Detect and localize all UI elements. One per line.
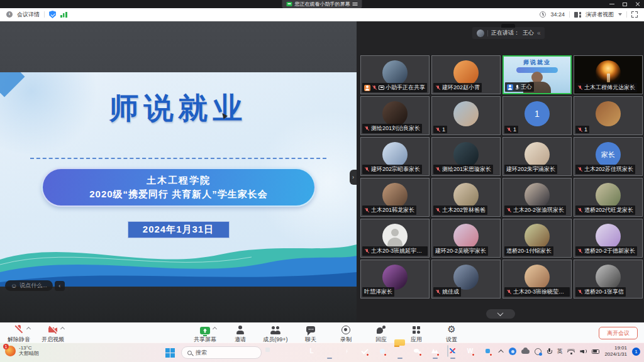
meeting-details-link[interactable]: 会议详情 (17, 11, 40, 19)
share-screen-button[interactable]: 共享屏幕 (192, 324, 218, 344)
participant-tile[interactable]: 叶慧泽家长 (360, 260, 430, 299)
tray-expand-icon[interactable] (499, 349, 504, 354)
cloud-icon[interactable] (521, 349, 530, 354)
participant-tile[interactable]: 建环202赵小霄 (431, 55, 501, 94)
participant-name: 建环202宗昭泰家长 (371, 165, 420, 173)
members-button[interactable]: 成员(99+) (263, 324, 288, 344)
chat-input[interactable]: ☺ 说点什么... (5, 280, 53, 291)
battery-icon[interactable] (592, 349, 599, 354)
participant-tile[interactable]: 姚佳成 (431, 260, 501, 299)
settings-button[interactable]: 设置 (439, 324, 464, 344)
participant-tile[interactable]: 土木201韩龙家长 (360, 178, 430, 217)
input-language[interactable]: 英 (557, 348, 562, 356)
chat-collapse-button[interactable]: ‹ (55, 281, 65, 291)
start-video-button[interactable]: 开启视频 (40, 324, 65, 344)
microsoft-store-icon[interactable] (324, 346, 335, 359)
notification-dot (489, 353, 492, 356)
tencent-meeting-icon[interactable] (430, 346, 440, 359)
scroll-down-button[interactable] (486, 309, 515, 319)
participant-tile[interactable]: 11 (502, 96, 572, 135)
participant-tile[interactable]: 建环202宗昭泰家长 (360, 137, 430, 176)
office-app-icon[interactable] (306, 346, 317, 359)
collapse-arrows-icon[interactable]: « (537, 30, 540, 36)
mic-muted-icon (435, 127, 441, 133)
snip-tool-icon[interactable] (447, 346, 458, 359)
chevron-up-icon[interactable] (213, 327, 217, 331)
dev-app-icon[interactable] (482, 346, 493, 359)
participant-tile[interactable]: 测绘201宋思璇家长 (431, 137, 501, 176)
browser-app-icon[interactable] (377, 346, 387, 359)
apps-button[interactable]: 应用 (404, 324, 429, 344)
windows-start-button[interactable] (165, 348, 175, 358)
participant-tile[interactable]: 师说就业王心 (502, 55, 572, 94)
watching-banner[interactable]: 您正在观看小助手的屏幕 (282, 0, 362, 8)
task-view-icon[interactable] (271, 346, 282, 359)
clock-date[interactable]: 19:01 2024/1/31 (604, 345, 627, 358)
network-signal-icon[interactable] (60, 12, 67, 18)
volume-icon[interactable] (580, 349, 587, 354)
close-button[interactable] (635, 2, 640, 7)
chat-button[interactable]: 聊天 (298, 324, 323, 344)
weather-widget[interactable]: 1 -13°C 大部晴朗 (5, 345, 39, 356)
record-icon (341, 326, 350, 334)
fullscreen-icon[interactable] (631, 11, 638, 18)
leave-meeting-button[interactable]: 离开会议 (599, 327, 638, 339)
participant-tile[interactable]: 土木20-3班姚延宇家长 (360, 219, 430, 258)
participant-name: 土木20-2张渝琪家长 (513, 206, 564, 214)
maximize-button[interactable] (623, 3, 627, 6)
sync-icon[interactable] (535, 348, 541, 355)
participant-tile[interactable]: 道桥202代旺龙家长 (574, 178, 643, 217)
tray-app-icon[interactable] (509, 348, 516, 355)
participant-tile[interactable]: 1 (574, 96, 643, 135)
tray-mic-icon[interactable] (547, 348, 552, 355)
taskbar-app-icons (271, 346, 493, 359)
participant-name: 叶慧泽家长 (364, 288, 392, 296)
participant-tile[interactable]: 土木20-2张渝琪家长 (502, 178, 572, 217)
participant-tile[interactable]: 小助手正在共享 (360, 55, 430, 94)
participant-name-label: 土木工程傅元达家长 (575, 83, 637, 92)
wps-office-icon[interactable] (465, 346, 475, 359)
mail-app-icon[interactable] (359, 346, 370, 359)
participant-name: 1 (584, 126, 587, 133)
participant-tile[interactable]: 建环202朱宇涵家长 (502, 137, 572, 176)
file-explorer-icon[interactable] (394, 346, 405, 359)
participant-tile[interactable]: 测绘201刘治良家长 (360, 96, 430, 135)
screen-share-icon (379, 85, 384, 90)
chevron-up-icon[interactable] (60, 327, 65, 331)
reactions-button[interactable]: 回应 (369, 324, 394, 344)
participant-tile[interactable]: 土木20-3班徐晓莹家长 (502, 260, 572, 299)
notification-badge[interactable]: 1 (632, 348, 640, 356)
participant-name: 道桥202代旺龙家长 (584, 206, 633, 214)
slide-title: 师说就业 (0, 89, 357, 128)
participant-avatar (382, 60, 408, 85)
participant-tile[interactable]: 道桥20-1付锦家长 (502, 219, 572, 258)
wifi-icon[interactable] (567, 349, 575, 354)
wechat-icon[interactable] (412, 346, 423, 359)
participant-tile[interactable]: 1 (431, 96, 501, 135)
participant-tile[interactable]: 土木工程傅元达家长 (574, 55, 643, 94)
chevron-down-icon[interactable] (618, 13, 622, 16)
minimize-button[interactable] (609, 4, 614, 4)
unmute-button[interactable]: 解除静音 (6, 324, 31, 344)
participant-name-label: 建环20-2吴晓宇家长 (433, 246, 488, 256)
shared-screen-pane: 师说就业 土木工程学院 2020级“携爱同行 共育新人”学生家长会 2024年1… (0, 21, 357, 322)
participant-tile[interactable]: 土木202管林爸爸 (431, 178, 501, 217)
security-shield-icon[interactable] (49, 11, 56, 18)
blue-app-icon[interactable] (341, 346, 352, 359)
edge-browser-icon[interactable] (289, 346, 299, 359)
participant-tile[interactable]: 道桥20-2于德新家长 (574, 219, 643, 258)
panel-collapse-handle[interactable]: › (350, 170, 357, 185)
view-mode-selector[interactable]: 演讲者视图 (586, 11, 614, 19)
invite-button[interactable]: 邀请 (228, 324, 253, 344)
participant-tile[interactable]: 家长土木202苏佳琪家长 (574, 137, 643, 176)
layout-icon (574, 12, 581, 18)
record-button[interactable]: 录制 (333, 324, 358, 344)
emoji-icon[interactable]: ☺ (11, 283, 17, 289)
participant-tile[interactable]: 道桥20-1张享信 (574, 260, 643, 299)
speaking-bar-tab[interactable] (501, 24, 515, 28)
participant-tile[interactable]: 建环20-2吴晓宇家长 (431, 219, 501, 258)
slide-subtitle-line1: 土木工程学院 (147, 175, 211, 187)
chevron-up-icon[interactable] (26, 327, 31, 331)
taskbar-search[interactable]: 搜索 (181, 346, 262, 359)
banner-menu-icon[interactable] (353, 2, 358, 6)
